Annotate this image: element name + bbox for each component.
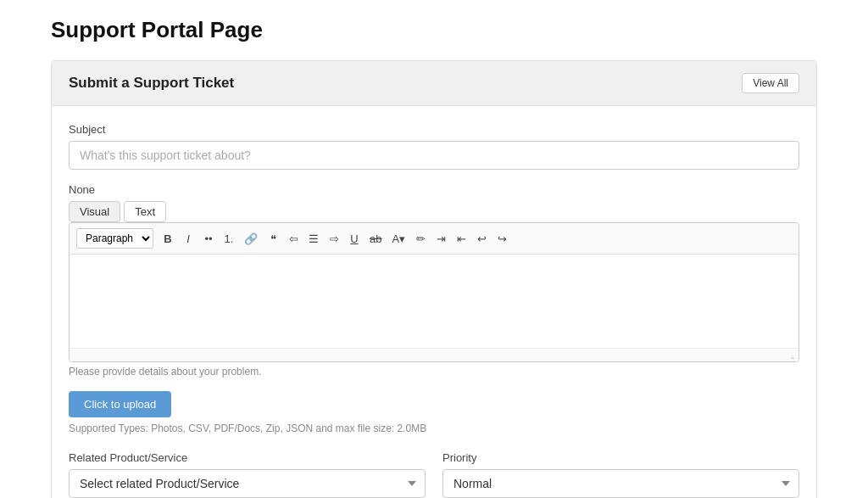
upload-hint: Supported Types: Photos, CSV, PDF/Docs, …	[69, 422, 799, 434]
priority-select[interactable]: Normal Low High Critical	[442, 469, 799, 498]
unordered-list-button[interactable]: ••	[199, 231, 218, 247]
outdent-button[interactable]: ⇤	[452, 231, 470, 247]
editor-tabs: Visual Text	[69, 201, 799, 222]
subject-input[interactable]	[69, 141, 799, 170]
bold-button[interactable]: B	[159, 231, 177, 247]
blockquote-button[interactable]: ❝	[264, 231, 282, 247]
subject-label: Subject	[69, 123, 799, 136]
body-label: None	[69, 183, 799, 196]
underline-button[interactable]: U	[345, 231, 364, 247]
indent-button[interactable]: ⇥	[431, 231, 450, 247]
undo-button[interactable]: ↩	[472, 231, 491, 247]
ordered-list-button[interactable]: 1.	[220, 231, 238, 247]
priority-col: Priority Normal Low High Critical	[442, 451, 799, 498]
tab-visual[interactable]: Visual	[69, 201, 120, 222]
page-title: Support Portal Page	[51, 17, 817, 43]
card-header-title: Submit a Support Ticket	[69, 75, 234, 92]
upload-group: Click to upload Supported Types: Photos,…	[69, 391, 799, 434]
card-header: Submit a Support Ticket View All	[52, 61, 816, 106]
editor-hint: Please provide details about your proble…	[69, 366, 799, 378]
support-ticket-card: Submit a Support Ticket View All Subject…	[51, 60, 817, 498]
align-left-button[interactable]: ⇦	[284, 231, 303, 247]
view-all-button[interactable]: View All	[742, 73, 799, 93]
align-right-button[interactable]: ⇨	[325, 231, 343, 247]
body-group: None Visual Text Paragraph B I	[69, 183, 799, 378]
text-color-button[interactable]: A▾	[387, 231, 409, 247]
highlight-button[interactable]: ✏	[411, 231, 430, 247]
related-product-select[interactable]: Select related Product/Service	[69, 469, 426, 498]
resize-icon: ⌞	[791, 350, 795, 360]
strikethrough-button[interactable]: ab	[365, 231, 386, 247]
priority-label: Priority	[442, 451, 799, 464]
link-button[interactable]: 🔗	[240, 231, 262, 247]
editor-toolbar: Paragraph B I •• 1. 🔗 ❝	[70, 223, 798, 255]
redo-button[interactable]: ↪	[492, 231, 511, 247]
italic-button[interactable]: I	[179, 231, 198, 247]
related-product-label: Related Product/Service	[69, 451, 426, 464]
editor-container: Paragraph B I •• 1. 🔗 ❝	[69, 222, 799, 362]
card-body: Subject None Visual Text Paragraph B	[52, 106, 816, 498]
upload-button[interactable]: Click to upload	[69, 391, 171, 417]
align-center-button[interactable]: ☰	[304, 231, 323, 247]
subject-group: Subject	[69, 123, 799, 170]
tab-text[interactable]: Text	[124, 201, 166, 222]
editor-content[interactable]	[70, 255, 798, 348]
product-priority-row: Related Product/Service Select related P…	[69, 451, 799, 498]
related-product-col: Related Product/Service Select related P…	[69, 451, 426, 498]
paragraph-select[interactable]: Paragraph	[76, 228, 153, 249]
resize-handle: ⌞	[70, 348, 798, 361]
